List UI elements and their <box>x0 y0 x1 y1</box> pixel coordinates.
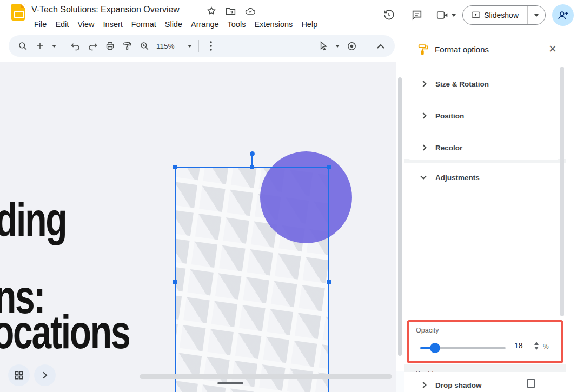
section-drop-shadow[interactable]: Drop shadow <box>406 374 561 392</box>
rotation-handle[interactable] <box>250 151 255 156</box>
selection-frame <box>175 167 329 392</box>
panel-header: Format options ✕ <box>404 34 577 65</box>
move-folder-icon[interactable] <box>226 6 236 15</box>
chevron-down-icon <box>420 173 426 179</box>
opacity-unit: % <box>543 343 549 350</box>
undo-button[interactable] <box>68 38 83 54</box>
resize-handle-ne[interactable] <box>327 165 331 169</box>
select-tool-caret-icon[interactable] <box>333 38 342 54</box>
menu-bar: File Edit View Insert Format Slide Arran… <box>30 19 322 30</box>
resize-handle-w[interactable] <box>173 280 177 284</box>
drop-shadow-checkbox[interactable] <box>527 379 535 388</box>
menu-view[interactable]: View <box>73 19 98 30</box>
slide-title-fragment-1[interactable]: ding <box>0 196 66 243</box>
zoom-in-icon[interactable] <box>137 38 152 54</box>
canvas-horizontal-scrollbar[interactable] <box>140 374 392 379</box>
expand-filmstrip-button[interactable] <box>34 364 56 386</box>
top-bar: V-Tech Solutions: Expansion Overview Fil… <box>0 0 577 34</box>
speaker-notes-resize-handle[interactable] <box>217 382 243 384</box>
slideshow-split-button: Slideshow <box>462 5 546 25</box>
slideshow-dropdown-button[interactable] <box>528 6 545 24</box>
canvas-vertical-scrollbar[interactable] <box>398 77 402 356</box>
menu-file[interactable]: File <box>30 19 51 30</box>
menu-help[interactable]: Help <box>297 19 322 30</box>
sections-card: Size & Rotation Position Recolor <box>406 68 561 160</box>
resize-handle-n[interactable] <box>250 165 254 169</box>
more-options-kebab-icon[interactable] <box>203 38 218 54</box>
adjustments-card: Adjustments Opacity 18 % Brightness <box>406 163 561 364</box>
slideshow-button[interactable]: Slideshow <box>463 6 528 24</box>
panel-title: Format options <box>435 45 489 54</box>
chevron-right-icon <box>420 382 426 388</box>
slide-canvas[interactable]: ding ns: ocations <box>0 62 396 392</box>
menu-insert[interactable]: Insert <box>99 19 127 30</box>
drop-shadow-card: Drop shadow <box>406 372 561 392</box>
opacity-value-field[interactable]: 18 <box>513 340 539 353</box>
laser-pointer-icon[interactable] <box>344 38 359 54</box>
slide-title-fragment-3[interactable]: ocations <box>0 308 129 356</box>
cloud-status-icon[interactable] <box>245 7 256 15</box>
menu-format[interactable]: Format <box>127 19 161 30</box>
star-icon[interactable] <box>207 6 216 16</box>
redo-button[interactable] <box>85 38 100 54</box>
toolbar: 115% <box>0 34 404 61</box>
slides-logo-icon[interactable] <box>11 4 25 21</box>
print-button[interactable] <box>102 38 117 54</box>
chevron-right-icon <box>420 81 426 87</box>
grid-view-button[interactable] <box>8 364 30 386</box>
format-options-panel: Format options ✕ Size & Rotation Positio… <box>404 34 577 392</box>
paint-format-icon[interactable] <box>120 38 135 54</box>
paint-roller-icon <box>417 44 428 55</box>
section-recolor[interactable]: Recolor <box>406 137 561 158</box>
chevron-right-icon <box>420 112 426 118</box>
menu-tools[interactable]: Tools <box>223 19 250 30</box>
section-size-rotation[interactable]: Size & Rotation <box>406 73 561 95</box>
menu-edit[interactable]: Edit <box>51 19 73 30</box>
version-history-icon[interactable] <box>378 4 400 26</box>
opacity-slider[interactable] <box>420 344 506 351</box>
camera-dropdown-caret-icon[interactable] <box>452 14 456 17</box>
opacity-stepper[interactable] <box>534 342 539 350</box>
new-slide-caret-icon[interactable] <box>50 38 58 54</box>
new-slide-button[interactable] <box>32 38 48 54</box>
search-menus-icon[interactable] <box>15 38 30 54</box>
menu-arrange[interactable]: Arrange <box>187 19 223 30</box>
close-panel-icon[interactable]: ✕ <box>547 44 558 55</box>
zoom-level-value[interactable]: 115% <box>154 38 177 54</box>
section-position[interactable]: Position <box>406 105 561 127</box>
hide-menus-chevron-icon[interactable] <box>373 38 388 54</box>
panel-scrollbar[interactable] <box>560 67 564 316</box>
select-tool-icon[interactable] <box>316 38 331 54</box>
resize-handle-e[interactable] <box>327 280 331 284</box>
menu-slide[interactable]: Slide <box>161 19 187 30</box>
canvas-workspace: ding ns: ocations <box>0 61 404 392</box>
section-adjustments[interactable]: Adjustments <box>406 167 561 188</box>
menu-extensions[interactable]: Extensions <box>250 19 297 30</box>
resize-handle-nw[interactable] <box>173 165 177 169</box>
chevron-right-icon <box>420 144 426 150</box>
comments-icon[interactable] <box>406 4 428 26</box>
meet-camera-icon[interactable] <box>434 4 450 26</box>
opacity-label: Opacity <box>416 327 439 334</box>
share-button[interactable] <box>552 4 574 26</box>
opacity-slider-thumb[interactable] <box>430 343 440 353</box>
document-title[interactable]: V-Tech Solutions: Expansion Overview <box>31 5 180 15</box>
google-slides-app: V-Tech Solutions: Expansion Overview Fil… <box>0 0 577 392</box>
zoom-caret-icon[interactable] <box>185 38 194 54</box>
